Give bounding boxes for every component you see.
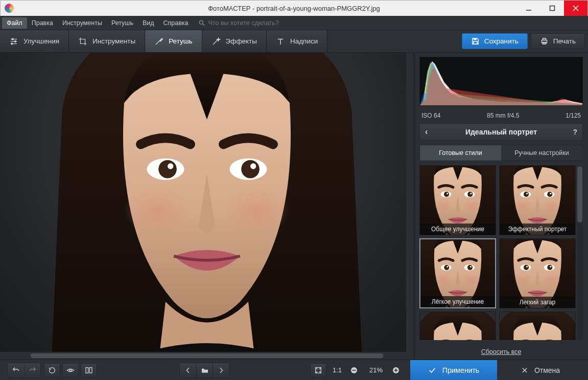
svg-rect-10 [550,6,555,11]
preset-label: Лёгкое улучшение [420,296,495,307]
tab-retouch[interactable]: Ретушь [145,30,202,52]
svg-rect-24 [543,38,546,40]
preset-item[interactable] [419,311,496,340]
text-icon [276,37,285,46]
reset-button[interactable] [44,363,60,377]
iso-value: ISO 64 [421,112,440,119]
portrait-image [0,53,414,352]
preset-label: Общее улучшение [420,223,496,235]
apply-label: Применить [442,366,479,374]
canvas-scroll-vertical[interactable] [406,53,414,352]
undo-button[interactable] [8,363,24,377]
preset-item[interactable]: Эффектный портрет [499,165,576,235]
zoom-in-button[interactable] [388,363,404,377]
svg-rect-21 [474,38,477,40]
lens-value: 85 mm f/4.5 [487,112,519,119]
svg-point-26 [69,369,72,371]
maximize-button[interactable] [540,1,564,16]
tab-label: Ретушь [169,37,192,45]
print-icon [540,37,549,46]
redo-button[interactable] [24,363,40,377]
tool-tabs: Улучшения Инструменты Ретушь Эффекты Над… [0,30,588,53]
tab-enhance[interactable]: Улучшения [0,30,69,52]
print-label: Печать [553,37,576,45]
tab-label: Надписи [290,37,318,45]
histogram[interactable] [419,57,583,106]
style-tab-manual[interactable]: Ручные настройки [501,145,582,161]
apply-button[interactable]: Применить [410,360,497,380]
right-panel: ISO 64 85 mm f/4.5 1/125 ‹ Идеальный пор… [414,53,588,360]
menu-edit[interactable]: Правка [27,17,58,29]
titlebar: ФотоМАСТЕР - portrait-of-a-young-woman-P… [0,0,588,16]
svg-rect-27 [86,367,88,373]
fit-screen-button[interactable] [310,363,326,377]
zoom-ratio[interactable]: 1:1 [328,366,346,374]
menu-help[interactable]: Справка [159,17,193,29]
panel-help-button[interactable]: ? [573,128,577,136]
save-button[interactable]: Сохранить [462,33,528,49]
search-input[interactable] [208,19,321,27]
save-icon [471,37,480,46]
zoom-out-button[interactable] [346,363,362,377]
tab-text[interactable]: Надписи [267,30,327,52]
bottom-bar: 1:1 21% Применить Отмена [0,360,588,380]
tab-label: Эффекты [226,37,257,45]
shutter-value: 1/125 [566,112,581,119]
svg-point-18 [12,38,13,40]
preset-label: Легкий загар [500,297,575,308]
tab-label: Улучшения [23,37,59,45]
tab-label: Инструменты [92,37,135,45]
panel-back-button[interactable]: ‹ [425,127,428,137]
style-tabs: Готовые стили Ручные настройки [419,145,583,161]
svg-rect-28 [89,367,92,373]
next-image-button[interactable] [213,363,229,377]
style-tab-presets[interactable]: Готовые стили [420,145,501,161]
presets-scrollbar[interactable] [577,165,583,340]
reset-all-link[interactable]: Сбросить все [481,348,522,355]
brush-icon [154,37,163,46]
svg-point-19 [15,40,16,42]
cancel-button[interactable]: Отмена [497,360,584,381]
zoom-percent[interactable]: 21% [364,366,388,374]
close-icon [521,367,528,374]
window-title: ФотоМАСТЕР - portrait-of-a-young-woman-P… [1,5,587,12]
menu-tools[interactable]: Инструменты [58,17,107,29]
menu-view[interactable]: Вид [138,17,159,29]
app-icon [5,4,14,13]
search-icon [198,19,205,27]
minimize-button[interactable] [517,1,540,16]
preset-label: Эффектный портрет [500,223,575,235]
sliders-icon [9,37,18,46]
panel-header: ‹ Идеальный портрет ? [419,123,583,141]
check-icon [428,366,436,374]
preset-item[interactable]: Лёгкое улучшение [419,238,496,308]
crop-icon [78,37,87,46]
canvas-scroll-horizontal[interactable] [0,352,414,360]
panel-title: Идеальный портрет [465,128,537,136]
browse-folder-button[interactable] [196,363,213,377]
preview-toggle[interactable] [62,363,79,377]
cancel-label: Отмена [534,366,560,374]
histogram-info: ISO 64 85 mm f/4.5 1/125 [419,110,583,119]
wand-icon [211,37,221,46]
save-label: Сохранить [484,37,519,45]
compare-button[interactable] [81,363,97,377]
menubar: Файл Правка Инструменты Ретушь Вид Справ… [0,16,588,30]
print-button[interactable]: Печать [531,33,585,49]
preset-item[interactable] [499,311,576,340]
close-button[interactable] [564,1,587,16]
tab-tools[interactable]: Инструменты [69,30,145,52]
svg-point-13 [199,20,203,24]
menu-file[interactable]: Файл [2,17,27,29]
image-canvas[interactable] [0,53,414,352]
menu-search[interactable] [198,19,321,27]
menu-retouch[interactable]: Ретушь [107,17,138,29]
canvas-area [0,53,414,360]
preset-item[interactable]: Легкий загар [499,238,576,308]
prev-image-button[interactable] [180,363,196,377]
svg-line-14 [202,24,204,26]
presets-grid: Общее улучшение Эффектный портрет Лёгкое… [419,165,583,340]
svg-point-20 [11,43,13,44]
tab-effects[interactable]: Эффекты [202,30,267,52]
preset-item[interactable]: Общее улучшение [419,165,496,235]
